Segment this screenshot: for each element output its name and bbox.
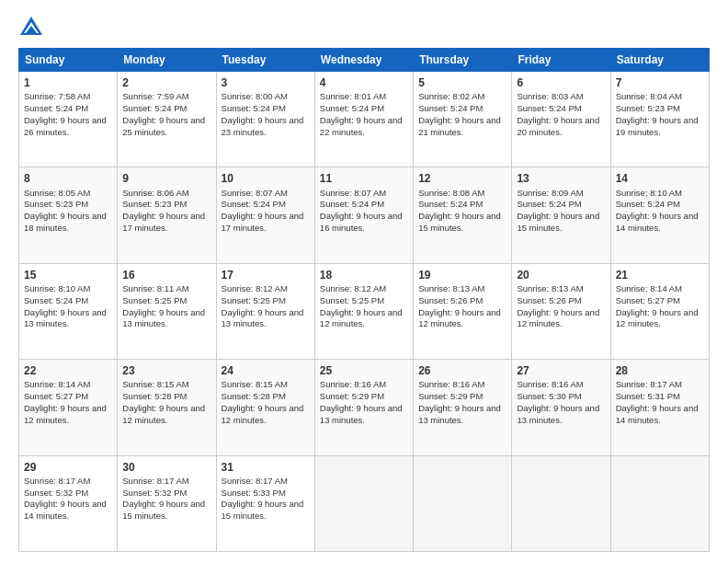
- calendar-cell: 1 Sunrise: 7:58 AM Sunset: 5:24 PM Dayli…: [19, 72, 118, 167]
- sunrise-label: Sunrise: 8:07 AM: [320, 188, 386, 198]
- sunrise-label: Sunrise: 8:12 AM: [320, 283, 386, 293]
- logo-icon: [18, 15, 44, 40]
- calendar-cell: 23 Sunrise: 8:15 AM Sunset: 5:28 PM Dayl…: [118, 360, 216, 455]
- day-number: 5: [418, 75, 506, 90]
- weekday-header-wednesday: Wednesday: [314, 49, 413, 72]
- daylight-label: Daylight: 9 hours and 15 minutes.: [517, 211, 599, 233]
- sunrise-label: Sunrise: 8:10 AM: [24, 283, 90, 293]
- sunset-label: Sunset: 5:24 PM: [24, 295, 88, 305]
- day-number: 20: [517, 268, 605, 282]
- daylight-label: Daylight: 9 hours and 20 minutes.: [517, 115, 599, 137]
- daylight-label: Daylight: 9 hours and 14 minutes.: [616, 211, 699, 233]
- daylight-label: Daylight: 9 hours and 15 minutes.: [222, 499, 304, 521]
- calendar-cell: 14 Sunrise: 8:10 AM Sunset: 5:24 PM Dayl…: [610, 167, 709, 263]
- daylight-label: Daylight: 9 hours and 12 minutes.: [122, 403, 205, 425]
- daylight-label: Daylight: 9 hours and 13 minutes.: [24, 307, 107, 329]
- day-number: 25: [320, 363, 408, 378]
- day-number: 18: [320, 268, 408, 282]
- day-number: 7: [616, 75, 704, 90]
- day-number: 29: [24, 460, 112, 475]
- daylight-label: Daylight: 9 hours and 15 minutes.: [418, 211, 501, 233]
- daylight-label: Daylight: 9 hours and 12 minutes.: [616, 307, 699, 329]
- day-number: 6: [517, 75, 605, 90]
- sunset-label: Sunset: 5:28 PM: [222, 391, 286, 401]
- calendar-cell: [512, 455, 610, 551]
- calendar-week-5: 29 Sunrise: 8:17 AM Sunset: 5:32 PM Dayl…: [19, 455, 710, 551]
- day-number: 15: [24, 268, 112, 282]
- sunrise-label: Sunrise: 7:59 AM: [122, 91, 188, 101]
- calendar-cell: 9 Sunrise: 8:06 AM Sunset: 5:23 PM Dayli…: [118, 167, 216, 263]
- sunset-label: Sunset: 5:30 PM: [517, 391, 581, 401]
- sunset-label: Sunset: 5:24 PM: [418, 199, 483, 209]
- calendar-cell: 27 Sunrise: 8:16 AM Sunset: 5:30 PM Dayl…: [512, 360, 610, 455]
- day-number: 9: [122, 171, 210, 186]
- daylight-label: Daylight: 9 hours and 12 minutes.: [320, 307, 403, 329]
- sunrise-label: Sunrise: 8:07 AM: [222, 188, 288, 198]
- calendar-cell: 7 Sunrise: 8:04 AM Sunset: 5:23 PM Dayli…: [610, 72, 709, 167]
- day-number: 22: [24, 363, 112, 378]
- calendar-cell: 13 Sunrise: 8:09 AM Sunset: 5:24 PM Dayl…: [512, 167, 610, 263]
- daylight-label: Daylight: 9 hours and 13 minutes.: [122, 307, 205, 329]
- calendar-cell: 8 Sunrise: 8:05 AM Sunset: 5:23 PM Dayli…: [19, 167, 118, 263]
- sunset-label: Sunset: 5:23 PM: [616, 103, 680, 113]
- sunrise-label: Sunrise: 8:17 AM: [222, 476, 288, 486]
- daylight-label: Daylight: 9 hours and 12 minutes.: [418, 307, 501, 329]
- sunrise-label: Sunrise: 8:06 AM: [122, 188, 188, 198]
- weekday-header-friday: Friday: [512, 49, 610, 72]
- calendar-cell: 21 Sunrise: 8:14 AM Sunset: 5:27 PM Dayl…: [610, 263, 709, 359]
- day-number: 23: [122, 363, 210, 378]
- sunset-label: Sunset: 5:24 PM: [517, 103, 581, 113]
- day-number: 31: [222, 460, 310, 475]
- sunset-label: Sunset: 5:27 PM: [24, 391, 88, 401]
- day-number: 24: [222, 363, 310, 378]
- daylight-label: Daylight: 9 hours and 26 minutes.: [24, 115, 107, 137]
- sunrise-label: Sunrise: 8:16 AM: [418, 379, 484, 389]
- sunrise-label: Sunrise: 8:15 AM: [222, 379, 288, 389]
- sunset-label: Sunset: 5:32 PM: [24, 488, 88, 498]
- daylight-label: Daylight: 9 hours and 13 minutes.: [320, 403, 403, 425]
- calendar-week-1: 1 Sunrise: 7:58 AM Sunset: 5:24 PM Dayli…: [19, 72, 710, 167]
- sunset-label: Sunset: 5:32 PM: [122, 488, 187, 498]
- sunset-label: Sunset: 5:24 PM: [320, 199, 384, 209]
- sunrise-label: Sunrise: 8:13 AM: [517, 283, 583, 293]
- calendar-cell: 10 Sunrise: 8:07 AM Sunset: 5:24 PM Dayl…: [216, 167, 314, 263]
- sunset-label: Sunset: 5:24 PM: [320, 103, 384, 113]
- calendar-table: SundayMondayTuesdayWednesdayThursdayFrid…: [18, 48, 710, 552]
- daylight-label: Daylight: 9 hours and 19 minutes.: [616, 115, 699, 137]
- sunrise-label: Sunrise: 8:04 AM: [616, 91, 682, 101]
- sunrise-label: Sunrise: 8:01 AM: [320, 91, 386, 101]
- sunset-label: Sunset: 5:25 PM: [320, 295, 384, 305]
- daylight-label: Daylight: 9 hours and 14 minutes.: [24, 499, 107, 521]
- sunset-label: Sunset: 5:24 PM: [122, 103, 187, 113]
- calendar-cell: 5 Sunrise: 8:02 AM Sunset: 5:24 PM Dayli…: [414, 72, 512, 167]
- weekday-header-saturday: Saturday: [610, 49, 709, 72]
- sunrise-label: Sunrise: 7:58 AM: [24, 91, 90, 101]
- day-number: 26: [418, 363, 506, 378]
- daylight-label: Daylight: 9 hours and 23 minutes.: [222, 115, 304, 137]
- day-number: 10: [222, 171, 310, 186]
- calendar-cell: 18 Sunrise: 8:12 AM Sunset: 5:25 PM Dayl…: [314, 263, 413, 359]
- daylight-label: Daylight: 9 hours and 22 minutes.: [320, 115, 403, 137]
- calendar-week-3: 15 Sunrise: 8:10 AM Sunset: 5:24 PM Dayl…: [19, 263, 710, 359]
- sunrise-label: Sunrise: 8:11 AM: [122, 283, 188, 293]
- sunrise-label: Sunrise: 8:16 AM: [320, 379, 386, 389]
- day-number: 13: [517, 171, 605, 186]
- daylight-label: Daylight: 9 hours and 17 minutes.: [222, 211, 304, 233]
- calendar-cell: 12 Sunrise: 8:08 AM Sunset: 5:24 PM Dayl…: [414, 167, 512, 263]
- sunset-label: Sunset: 5:24 PM: [222, 103, 286, 113]
- calendar-cell: [414, 455, 512, 551]
- day-number: 17: [222, 268, 310, 282]
- daylight-label: Daylight: 9 hours and 21 minutes.: [418, 115, 501, 137]
- sunset-label: Sunset: 5:28 PM: [122, 391, 187, 401]
- sunrise-label: Sunrise: 8:17 AM: [616, 379, 682, 389]
- sunset-label: Sunset: 5:24 PM: [222, 199, 286, 209]
- calendar-cell: 31 Sunrise: 8:17 AM Sunset: 5:33 PM Dayl…: [216, 455, 314, 551]
- sunset-label: Sunset: 5:24 PM: [616, 199, 680, 209]
- sunrise-label: Sunrise: 8:15 AM: [122, 379, 188, 389]
- weekday-header-tuesday: Tuesday: [216, 49, 314, 72]
- daylight-label: Daylight: 9 hours and 13 minutes.: [418, 403, 501, 425]
- calendar-cell: 2 Sunrise: 7:59 AM Sunset: 5:24 PM Dayli…: [118, 72, 216, 167]
- calendar-cell: 19 Sunrise: 8:13 AM Sunset: 5:26 PM Dayl…: [414, 263, 512, 359]
- day-number: 14: [616, 171, 704, 186]
- weekday-header-sunday: Sunday: [19, 49, 118, 72]
